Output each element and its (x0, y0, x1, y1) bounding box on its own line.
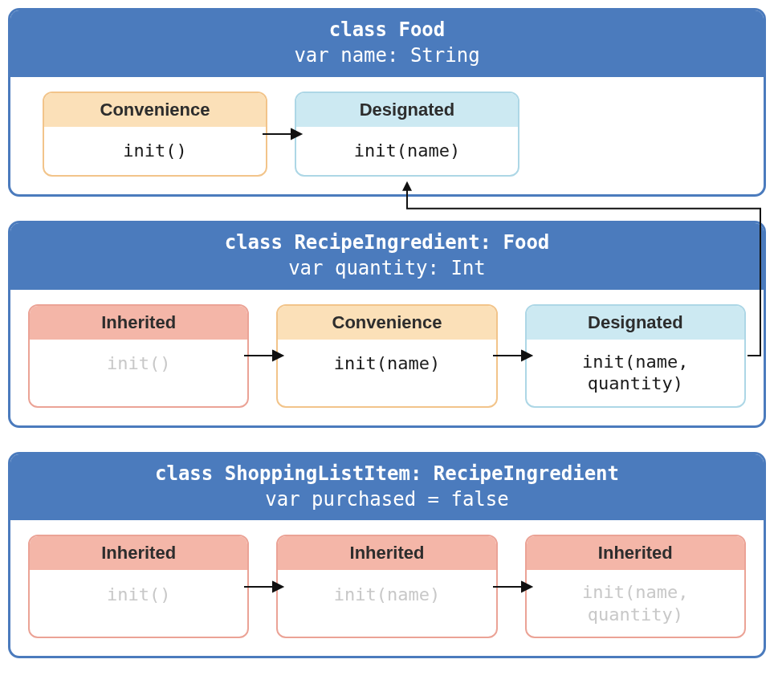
class-box-food: class Food var name: String Convenience … (8, 8, 766, 197)
init-kind-label: Designated (296, 93, 518, 127)
class-header: class Food var name: String (10, 10, 764, 77)
init-signature: init(name) (278, 340, 495, 388)
class-declaration: class Food (10, 17, 764, 43)
init-box-inherited: Inherited init() (28, 535, 249, 638)
delegation-arrow (267, 92, 295, 177)
init-box-inherited: Inherited init() (28, 304, 249, 408)
class-header: class ShoppingListItem: RecipeIngredient… (10, 454, 764, 521)
class-declaration: class RecipeIngredient: Food (10, 230, 764, 255)
init-signature: init(name) (278, 570, 495, 618)
init-signature: init(name, quantity) (527, 570, 744, 637)
init-kind-label: Designated (527, 306, 744, 340)
init-box-designated: Designated init(name, quantity) (525, 304, 746, 408)
delegation-arrow (498, 535, 525, 638)
delegation-arrow (249, 535, 276, 638)
class-body: Convenience init() Designated init(name) (10, 77, 764, 194)
init-box-designated: Designated init(name) (295, 92, 519, 177)
class-body: Inherited init() Convenience init(name) … (10, 290, 764, 425)
init-kind-label: Convenience (278, 306, 495, 340)
init-box-inherited: Inherited init(name, quantity) (525, 535, 746, 638)
init-kind-label: Inherited (527, 536, 744, 570)
init-signature: init() (30, 570, 247, 618)
class-header: class RecipeIngredient: Food var quantit… (10, 223, 764, 290)
init-kind-label: Convenience (44, 93, 266, 127)
class-property: var purchased = false (10, 486, 764, 512)
init-kind-label: Inherited (278, 536, 495, 570)
class-property: var quantity: Int (10, 255, 764, 281)
class-box-shopping-list-item: class ShoppingListItem: RecipeIngredient… (8, 452, 766, 659)
class-property: var name: String (10, 43, 764, 68)
init-signature: init() (30, 340, 247, 388)
diagram-root: class Food var name: String Convenience … (8, 8, 766, 658)
init-signature: init(name, quantity) (527, 340, 744, 406)
init-signature: init() (44, 127, 266, 175)
delegation-arrow (249, 304, 276, 408)
init-box-inherited: Inherited init(name) (276, 535, 497, 638)
init-box-convenience: Convenience init() (43, 92, 267, 177)
class-box-recipe-ingredient: class RecipeIngredient: Food var quantit… (8, 221, 766, 428)
init-box-convenience: Convenience init(name) (276, 304, 497, 408)
delegation-arrow (498, 304, 525, 408)
class-body: Inherited init() Inherited init(name) In… (10, 520, 764, 656)
init-signature: init(name) (296, 127, 518, 175)
init-kind-label: Inherited (30, 306, 247, 340)
init-kind-label: Inherited (30, 536, 247, 570)
class-declaration: class ShoppingListItem: RecipeIngredient (10, 461, 764, 486)
